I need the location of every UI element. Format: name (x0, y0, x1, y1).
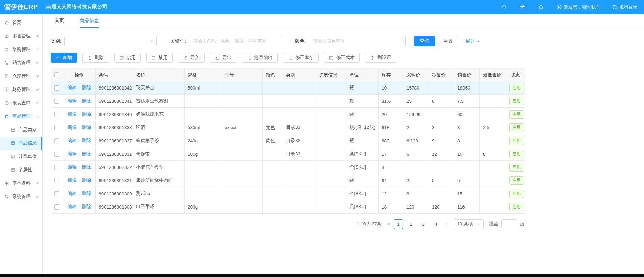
delete-link[interactable]: 删除 (82, 112, 91, 117)
delete-link[interactable]: 删除 (82, 151, 91, 156)
sidebar-item-label: 零售管理 (12, 33, 31, 39)
color-input[interactable] (309, 36, 406, 46)
edit-link[interactable]: 编辑 (68, 98, 77, 103)
status-badge[interactable]: 启用 (509, 176, 524, 185)
sidebar-item[interactable]: 基本资料 (0, 177, 42, 190)
jump-page-input[interactable] (501, 219, 517, 229)
row-checkbox[interactable] (54, 204, 59, 210)
delete-link[interactable]: 删除 (82, 125, 91, 130)
status-badge[interactable]: 启用 (509, 110, 524, 119)
cell-stock: 18 (379, 200, 403, 214)
status-badge[interactable]: 启用 (509, 203, 524, 211)
row-checkbox[interactable] (54, 152, 59, 157)
cell-name: 康师傅红烧牛肉面 (133, 174, 185, 187)
cell-spec (185, 187, 222, 200)
page-number-button[interactable]: 4 (431, 219, 441, 229)
cell-category (283, 200, 316, 214)
delete-link[interactable]: 删除 (82, 191, 91, 196)
edit-link[interactable]: 编辑 (68, 178, 77, 183)
tab-home[interactable]: 首页 (55, 14, 64, 28)
delete-link[interactable]: 删除 (82, 178, 91, 183)
toolbar-button[interactable]: 删除 (82, 53, 109, 63)
app-logo: 管伊佳ERP (0, 3, 43, 12)
row-checkbox[interactable] (54, 138, 59, 143)
row-checkbox[interactable] (54, 165, 59, 170)
toolbar-button[interactable]: 批量编辑 (242, 53, 278, 63)
home-shortcut-button[interactable] (520, 4, 525, 10)
status-badge[interactable]: 启用 (509, 84, 524, 92)
toolbar-button-label: 列设置 (377, 55, 391, 61)
edit-link[interactable]: 编辑 (68, 204, 77, 209)
edit-link[interactable]: 编辑 (68, 138, 77, 143)
page-number-button[interactable]: 2 (406, 219, 416, 229)
row-checkbox[interactable] (54, 125, 59, 130)
welcome-text: 欢迎您，测试用户 (564, 4, 599, 10)
row-checkbox[interactable] (54, 191, 59, 196)
status-badge[interactable]: 启用 (509, 97, 524, 105)
cell-stock: 31.6 (379, 95, 403, 108)
page-number-button[interactable]: 1 (394, 219, 403, 229)
row-checkbox[interactable] (54, 99, 59, 104)
status-badge[interactable]: 启用 (509, 190, 524, 198)
edit-link[interactable]: 编辑 (68, 112, 77, 117)
sidebar-item[interactable]: 仓库管理 (0, 70, 42, 83)
status-badge[interactable]: 启用 (509, 163, 524, 172)
tab-product-info[interactable]: 商品信息 (80, 14, 99, 28)
edit-link[interactable]: 编辑 (68, 125, 77, 130)
cell-unit: 个[SKU] (346, 161, 379, 174)
logout-button[interactable]: 退出登录 (612, 4, 637, 10)
sidebar-item[interactable]: 报表查询 (0, 96, 42, 110)
delete-link[interactable]: 删除 (82, 164, 91, 170)
reset-button[interactable]: 重置 (439, 36, 457, 46)
x-square-icon (151, 56, 156, 60)
sidebar-item[interactable]: 零售管理 (0, 29, 42, 43)
prev-page-button[interactable] (386, 222, 391, 226)
sidebar-item[interactable]: 多属性 (0, 163, 42, 177)
sidebar-item[interactable]: 商品管理 (0, 110, 42, 123)
sidebar-item[interactable]: 销售管理 (0, 56, 42, 70)
delete-link[interactable]: 删除 (82, 98, 91, 103)
row-checkbox[interactable] (54, 85, 59, 91)
sidebar-item[interactable]: 计量单位 (0, 150, 42, 163)
sidebar-item[interactable]: 商品类别 (0, 123, 42, 137)
select-all-checkbox[interactable] (54, 72, 59, 77)
page-number-button[interactable]: 3 (419, 219, 428, 229)
notifications-button[interactable] (538, 4, 544, 10)
toolbar-button[interactable]: 禁用 (146, 53, 173, 63)
cell-purchase-price: 8 (403, 187, 429, 200)
sidebar-item[interactable]: 财务管理 (0, 83, 42, 97)
toolbar-button[interactable]: 列设置 (365, 53, 396, 63)
delete-link[interactable]: 删除 (82, 85, 91, 90)
sidebar-item[interactable]: 系统管理 (0, 190, 42, 204)
status-badge[interactable]: 启用 (509, 150, 524, 158)
delete-link[interactable]: 删除 (82, 138, 91, 143)
user-menu[interactable]: 欢迎您，测试用户 (556, 4, 599, 10)
row-checkbox[interactable] (54, 178, 59, 183)
row-checkbox[interactable] (54, 112, 59, 117)
next-page-button[interactable] (444, 222, 448, 226)
sidebar-item[interactable]: 首页 (0, 16, 42, 29)
search-button[interactable] (501, 4, 507, 10)
toolbar-button[interactable]: 导出 (210, 53, 236, 63)
edit-link[interactable]: 编辑 (68, 191, 77, 196)
keyword-input[interactable] (189, 36, 281, 46)
expand-filters-link[interactable]: 展开 (466, 38, 480, 44)
category-select[interactable] (64, 36, 157, 46)
toolbar-button[interactable]: 新增 (51, 53, 77, 63)
status-badge[interactable]: 启用 (509, 137, 524, 145)
search-submit-button[interactable]: 查询 (414, 36, 435, 46)
toolbar-button[interactable]: 修正成本 (324, 53, 360, 63)
sidebar-item[interactable]: 商品信息 (0, 137, 42, 150)
column-header: 规格 (185, 68, 222, 81)
edit-link[interactable]: 编辑 (68, 164, 77, 170)
sidebar-item[interactable]: 采购管理 (0, 43, 42, 56)
delete-link[interactable]: 删除 (82, 204, 91, 209)
toolbar-button[interactable]: 修正库存 (283, 53, 319, 63)
toolbar-button[interactable]: 启用 (114, 53, 141, 63)
edit-link[interactable]: 编辑 (68, 151, 77, 156)
cell-retail-price: 12 (429, 147, 454, 161)
status-badge[interactable]: 启用 (509, 123, 524, 132)
page-size-select[interactable]: 10 条/页 (454, 219, 484, 229)
edit-link[interactable]: 编辑 (68, 85, 77, 90)
toolbar-button[interactable]: 导入 (178, 53, 205, 63)
